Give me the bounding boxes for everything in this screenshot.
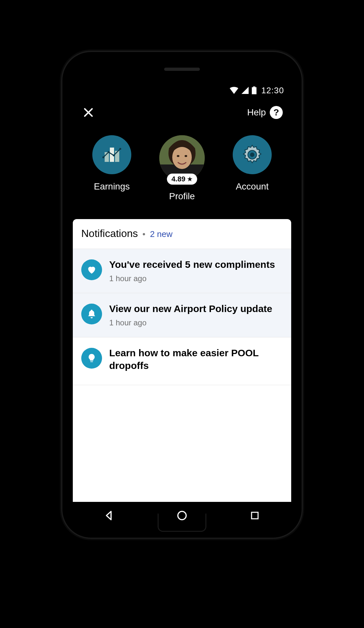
notification-list: You've received 5 new compliments 1 hour… — [73, 249, 291, 502]
top-nav: Earnings — [73, 125, 291, 216]
svg-rect-0 — [252, 87, 256, 94]
card-title: Notifications — [81, 228, 138, 240]
notifications-card: Notifications • 2 new You've received 5 … — [73, 219, 291, 502]
status-time: 12:30 — [261, 85, 284, 96]
nav-account[interactable]: Account — [217, 135, 287, 192]
cellular-icon — [241, 87, 249, 94]
earnings-icon — [92, 135, 131, 174]
notification-item[interactable]: You've received 5 new compliments 1 hour… — [73, 249, 291, 293]
notification-title: You've received 5 new compliments — [109, 258, 283, 271]
notification-time: 1 hour ago — [109, 274, 283, 283]
gear-icon — [233, 135, 272, 174]
svg-point-6 — [108, 151, 110, 153]
svg-point-16 — [250, 153, 254, 156]
wifi-icon — [229, 87, 239, 94]
svg-point-5 — [102, 156, 104, 158]
nav-profile[interactable]: 4.89 ★ Profile — [147, 135, 217, 202]
app-bar: Help ? — [73, 99, 291, 125]
help-icon: ? — [270, 106, 283, 119]
screen: 12:30 Help ? — [73, 81, 291, 502]
help-label: Help — [247, 107, 266, 118]
help-button[interactable]: Help ? — [247, 106, 283, 119]
home-button-chin — [158, 514, 206, 532]
close-button[interactable] — [81, 105, 96, 120]
nav-earnings[interactable]: Earnings — [77, 135, 147, 192]
svg-point-8 — [119, 148, 121, 150]
rating-value: 4.89 — [172, 175, 186, 183]
notification-time: 1 hour ago — [109, 318, 283, 327]
phone-frame: 12:30 Help ? — [62, 52, 302, 538]
notification-item[interactable]: View our new Airport Policy update 1 hou… — [73, 293, 291, 337]
android-recent-button[interactable] — [248, 508, 262, 523]
notification-title: View our new Airport Policy update — [109, 302, 283, 315]
notification-item[interactable]: Learn how to make easier POOL dropoffs — [73, 337, 291, 385]
separator: • — [142, 229, 145, 239]
heart-icon — [81, 259, 102, 280]
svg-point-7 — [113, 154, 115, 156]
nav-label: Profile — [169, 191, 195, 202]
card-header: Notifications • 2 new — [73, 219, 291, 249]
nav-label: Account — [236, 181, 268, 192]
nav-label: Earnings — [94, 181, 130, 192]
new-count[interactable]: 2 new — [150, 229, 172, 239]
status-bar: 12:30 — [73, 81, 291, 99]
svg-rect-1 — [253, 86, 255, 87]
bell-icon — [81, 304, 102, 324]
notification-title: Learn how to make easier POOL dropoffs — [109, 347, 283, 372]
svg-point-13 — [177, 155, 179, 157]
battery-icon — [252, 86, 257, 94]
lightbulb-icon — [81, 348, 102, 369]
svg-rect-18 — [252, 512, 258, 519]
svg-point-14 — [185, 155, 187, 157]
android-back-button[interactable] — [102, 508, 116, 523]
rating-badge: 4.89 ★ — [167, 174, 197, 185]
star-icon: ★ — [187, 176, 192, 183]
